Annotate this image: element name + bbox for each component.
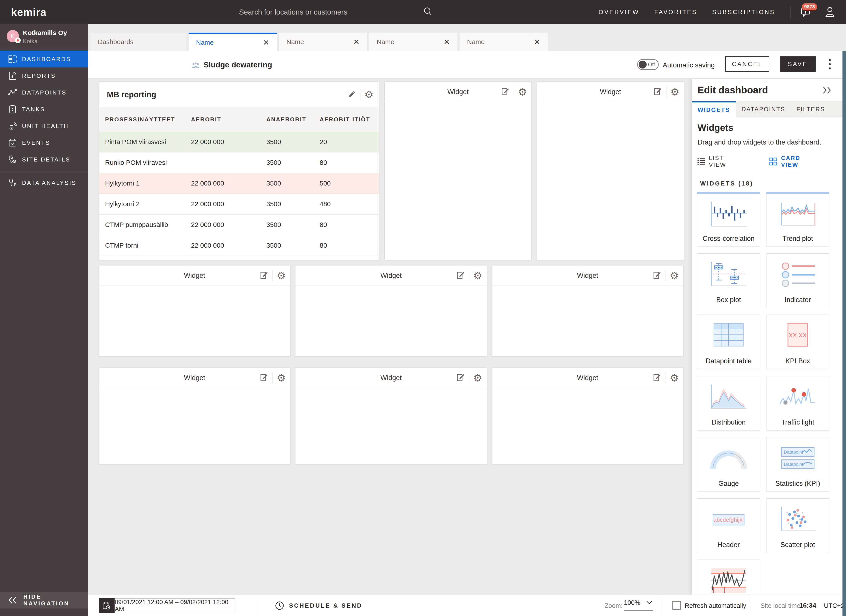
edit-widget-icon[interactable] — [654, 87, 662, 97]
edit-widget-icon[interactable] — [260, 373, 269, 383]
widget-card-cross-correlation[interactable]: Cross-correlation — [697, 192, 760, 247]
table-row[interactable]: Pinta POM viirasvesi22 000 000350020 — [99, 132, 379, 152]
table-cell: CTMP torni — [99, 235, 185, 256]
widget-placeholder[interactable]: Widget ⚙ — [99, 265, 290, 356]
widget-settings-gear-icon[interactable]: ⚙ — [473, 271, 482, 281]
tab-widgets[interactable]: WIDGETS — [692, 101, 736, 118]
edit-widget-icon[interactable] — [653, 373, 662, 383]
hide-navigation-label: HIDE NAVIGATION — [24, 593, 88, 607]
site-time-label: Site local time — [761, 602, 800, 609]
widget-settings-gear-icon[interactable]: ⚙ — [277, 271, 286, 281]
widget-card-label: Header — [714, 541, 743, 553]
tab-name-active[interactable]: Name ✕ — [189, 32, 277, 51]
sidebar-item-site-details[interactable]: SITE DETAILS — [0, 151, 88, 168]
widget-card-indicator[interactable]: Indicator — [766, 253, 829, 308]
more-options-button[interactable] — [825, 56, 834, 72]
table-row[interactable]: CTMP torni22 000 000350080 — [99, 235, 379, 256]
sidebar: K Kotkamills Oy Kotka DASHBOARDS — [0, 24, 88, 616]
widget-placeholder[interactable]: Widget ⚙ — [492, 265, 683, 356]
widget-settings-gear-icon[interactable]: ⚙ — [670, 87, 679, 97]
tab-name-2[interactable]: Name ✕ — [279, 32, 367, 51]
widget-placeholder[interactable]: Widget ⚙ — [385, 81, 532, 260]
widget-card-traffic-light[interactable]: Traffic light — [766, 376, 829, 431]
close-icon[interactable]: ✕ — [444, 38, 450, 46]
widget-settings-gear-icon[interactable]: ⚙ — [364, 90, 373, 100]
search-icon[interactable] — [423, 6, 433, 17]
notifications-button[interactable]: 9878 — [799, 4, 815, 20]
table-header-row: PROSESSINÄYTTEET AEROBIT ANAEROBIT AEROB… — [99, 107, 379, 132]
close-icon[interactable]: ✕ — [534, 38, 540, 46]
table-cell: 80 — [313, 215, 379, 235]
close-icon[interactable]: ✕ — [353, 38, 360, 46]
nav-overview[interactable]: OVERVIEW — [599, 9, 639, 16]
refresh-checkbox[interactable] — [673, 601, 681, 610]
reports-icon — [8, 71, 17, 81]
sidebar-item-events[interactable]: EVENTS — [0, 134, 88, 151]
autosave-toggle[interactable]: Off — [637, 59, 659, 70]
list-view-button[interactable]: LIST VIEW — [698, 155, 743, 168]
sidebar-item-unit-health[interactable]: UNIT HEALTH — [0, 118, 88, 134]
tab-filters[interactable]: FILTERS — [791, 101, 831, 118]
tab-name-3[interactable]: Name ✕ — [369, 32, 457, 51]
widget-card-datapoint-table[interactable]: Datapoint table — [697, 315, 760, 369]
nav-favorites[interactable]: FAVORITES — [654, 9, 697, 16]
widget-placeholder[interactable]: Widget ⚙ — [295, 265, 487, 356]
widget-placeholder[interactable]: Widget ⚙ — [295, 368, 487, 465]
widget-card-scatter-plot[interactable]: Scatter plot — [766, 498, 829, 553]
widget-settings-gear-icon[interactable]: ⚙ — [473, 373, 482, 383]
widget-placeholder[interactable]: Widget ⚙ — [492, 368, 683, 465]
account-block[interactable]: K Kotkamills Oy Kotka — [0, 24, 88, 48]
widget-settings-gear-icon[interactable]: ⚙ — [518, 87, 527, 97]
widget-placeholder[interactable]: Widget ⚙ — [99, 368, 290, 465]
widget-placeholder[interactable]: Widget ⚙ — [537, 81, 684, 260]
refresh-label: Refresh automatically — [685, 602, 746, 609]
widget-settings-gear-icon[interactable]: ⚙ — [670, 271, 679, 281]
table-row[interactable]: CTMP pumppausäiliö22 000 000350080 — [99, 215, 379, 235]
save-button[interactable]: SAVE — [780, 56, 815, 72]
zoom-select[interactable]: 100% — [624, 599, 652, 606]
widget-settings-gear-icon[interactable]: ⚙ — [670, 373, 679, 383]
widget-card-trend-plot[interactable]: Trend plot — [766, 192, 829, 247]
tab-datapoints[interactable]: DATAPOINTS — [736, 101, 791, 118]
tab-dashboards[interactable]: Dashboards — [90, 32, 187, 51]
sidebar-item-tanks[interactable]: TANKS — [0, 101, 88, 118]
widget-card-header[interactable]: abcdefghijkl Header — [697, 498, 760, 553]
widget-card-distribution[interactable]: Distribution — [697, 376, 760, 431]
collapse-panel-icon[interactable] — [822, 86, 832, 95]
widget-card-statistics-kpi[interactable]: Datapoint Datapoint Statistics (KPI) — [766, 437, 829, 492]
widget-settings-gear-icon[interactable]: ⚙ — [277, 373, 286, 383]
svg-text:XX.XX: XX.XX — [789, 332, 807, 339]
sidebar-nav: DASHBOARDS REPORTS DATAPOINTS — [0, 51, 88, 191]
widget-title: MB reporting — [107, 90, 156, 99]
edit-widget-icon[interactable] — [456, 373, 465, 383]
table-row[interactable]: Hylkytorni 222 000 0003500480 — [99, 194, 379, 215]
widget-card-gauge[interactable]: Gauge — [697, 437, 760, 492]
tab-name-4[interactable]: Name ✕ — [460, 32, 548, 51]
widget-card-kpi-box[interactable]: XX.XX KPI Box — [766, 315, 829, 369]
calendar-button[interactable] — [99, 598, 115, 613]
close-icon[interactable]: ✕ — [263, 39, 269, 46]
sidebar-item-data-analysis[interactable]: DATA ANALYSIS — [0, 175, 88, 191]
edit-widget-icon[interactable] — [456, 271, 465, 281]
hide-navigation-button[interactable]: HIDE NAVIGATION — [0, 592, 88, 609]
date-range-input[interactable]: 09/01/2021 12:00 AM – 09/02/2021 12:00 A… — [115, 598, 235, 613]
edit-widget-icon[interactable] — [501, 87, 510, 97]
schedule-send-button[interactable]: SCHEDULE & SEND — [275, 598, 363, 613]
panel-scrollbar[interactable] — [843, 51, 846, 616]
card-view-button[interactable]: CARD VIEW — [769, 155, 820, 168]
nav-subscriptions[interactable]: SUBSCRIPTIONS — [712, 9, 775, 16]
search-input[interactable] — [239, 8, 411, 16]
widget-placeholder-header: Widget ⚙ — [99, 266, 290, 286]
edit-widget-icon[interactable] — [653, 271, 662, 281]
edit-widget-icon[interactable] — [260, 271, 269, 281]
widget-card-box-plot[interactable]: Box plot — [697, 253, 760, 308]
sidebar-item-reports[interactable]: REPORTS — [0, 68, 88, 84]
cancel-button[interactable]: CANCEL — [725, 56, 769, 72]
user-icon[interactable] — [824, 5, 836, 19]
table-row[interactable]: Hylkytorni 122 000 0003500500 — [99, 173, 379, 194]
sidebar-item-dashboards[interactable]: DASHBOARDS — [0, 51, 88, 68]
list-view-label: LIST VIEW — [709, 155, 743, 168]
sidebar-item-datapoints[interactable]: DATAPOINTS — [0, 84, 88, 101]
table-row[interactable]: Runko POM viiravesi350080 — [99, 152, 379, 173]
edit-pencil-icon[interactable] — [348, 90, 356, 99]
